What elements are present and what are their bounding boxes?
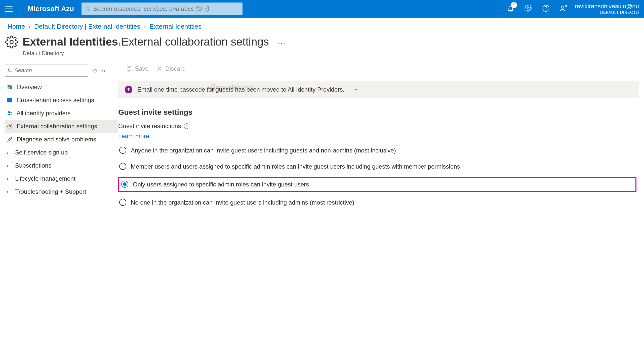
tools-icon [7,136,13,143]
breadcrumb-home[interactable]: Home [8,23,25,30]
more-button[interactable]: ⋯ [278,39,286,47]
gear-icon [7,123,13,130]
page-title: External Identities [23,35,118,48]
search-icon [8,68,12,73]
notifications-button[interactable]: 1 [507,5,514,13]
top-header: Microsoft Azu 1 ravikiransrinivasulu@ou … [0,0,644,18]
field-label: Guest invite restrictions i [118,123,636,130]
info-bar-text: Email one-time passcode for guests has b… [137,86,344,93]
radio-icon [119,163,126,170]
svg-rect-11 [8,87,10,89]
rocket-icon [125,86,132,93]
svg-rect-13 [7,98,12,102]
svg-point-18 [11,137,12,138]
radio-label: Only users assigned to specific admin ro… [133,180,309,189]
global-search[interactable] [82,3,243,15]
discard-button[interactable]: Discard [156,65,186,72]
svg-point-0 [86,7,89,10]
radio-option-admins-only[interactable]: Only users assigned to specific admin ro… [118,177,636,192]
save-icon [126,65,132,72]
discard-label: Discard [165,65,186,72]
sidebar-item-identity-providers[interactable]: All identity providers [5,107,118,120]
radio-label: Anyone in the organization can invite gu… [131,146,396,155]
sort-icon[interactable]: ◇ [93,67,97,73]
radio-icon [119,199,126,206]
global-search-input[interactable] [93,5,239,12]
sidebar-item-label: Overview [17,84,42,91]
svg-point-5 [561,6,564,8]
brand-label: Microsoft Azu [28,5,74,13]
radio-icon [121,181,128,188]
sidebar-item-self-service[interactable]: › Self-service sign up [5,146,118,159]
guest-invite-radio-group: Anyone in the organization can invite gu… [118,145,636,208]
sidebar-item-diagnose[interactable]: Diagnose and solve problems [5,133,118,146]
svg-point-7 [8,69,11,71]
header-icons: 1 [507,5,567,13]
page-subtitle-inline: External collaboration settings [121,35,269,48]
svg-point-4 [546,10,546,10]
main-content: Save Discard Email one-time passcode for… [118,62,644,348]
feedback-button[interactable] [560,5,567,13]
learn-more-link[interactable]: Learn more [118,133,149,140]
sidebar-item-overview[interactable]: Overview [5,81,118,94]
monitor-icon [7,97,13,103]
sidebar-item-label: Self-service sign up [15,149,68,156]
radio-option-anyone[interactable]: Anyone in the organization can invite gu… [118,145,636,156]
sidebar-item-lifecycle[interactable]: › Lifecycle management [5,172,118,185]
people-icon [7,110,13,117]
sidebar-item-label: External collaboration settings [17,123,97,130]
breadcrumb-item-2[interactable]: External Identities [149,23,202,30]
radio-option-noone[interactable]: No one in the organization can invite gu… [118,197,636,208]
page-title-row: External Identities | External collabora… [0,33,644,62]
svg-point-2 [527,7,529,9]
breadcrumb: Home › Default Directory | External Iden… [0,18,644,33]
sidebar-item-external-collab[interactable]: External collaboration settings [5,120,118,133]
page-subtitle: Default Directory [23,50,286,57]
arrow-right-icon: → [352,86,358,93]
search-icon [85,6,91,12]
settings-button[interactable] [525,5,532,13]
collapse-sidebar-button[interactable]: « [102,67,105,74]
radio-label: Member users and users assigned to speci… [131,162,460,171]
save-label: Save [135,65,149,72]
overview-icon [7,84,13,90]
sidebar-item-cross-tenant[interactable]: Cross-tenant access settings [5,94,118,107]
chevron-right-icon: › [7,149,12,156]
svg-rect-19 [128,66,130,67]
breadcrumb-item-1[interactable]: Default Directory | External Identities [34,23,140,30]
user-account[interactable]: ravikiransrinivasulu@ou DEFAULT DIRECTO [575,3,639,15]
sidebar-search[interactable] [5,64,88,77]
menu-toggle-button[interactable] [5,6,13,12]
notification-badge: 1 [511,2,517,8]
info-bar[interactable]: Email one-time passcode for guests has b… [118,81,639,98]
svg-line-8 [11,71,12,72]
svg-rect-10 [10,85,12,87]
svg-point-15 [8,111,10,113]
sidebar-item-label: All identity providers [17,110,71,117]
help-icon [542,5,550,12]
sidebar-item-label: Cross-tenant access settings [17,97,94,104]
svg-rect-9 [8,85,10,87]
sidebar-item-troubleshoot[interactable]: › Troubleshooting + Support [5,185,118,198]
gear-icon [525,5,532,12]
section-heading: Guest invite settings [118,108,636,117]
svg-line-1 [89,10,90,11]
svg-rect-14 [9,102,11,102]
svg-rect-12 [10,87,12,89]
command-bar: Save Discard [118,62,644,76]
help-button[interactable] [542,5,550,13]
radio-icon [119,147,126,154]
sidebar-item-label: Diagnose and solve problems [17,136,96,143]
person-feedback-icon [560,5,567,12]
sidebar-search-input[interactable] [14,67,85,74]
save-button[interactable]: Save [126,65,149,72]
gear-icon [5,35,18,50]
chevron-right-icon: › [7,162,12,169]
user-email: ravikiransrinivasulu@ou [575,3,639,10]
sidebar-item-subscriptions[interactable]: › Subscriptions [5,159,118,172]
sidebar-item-label: Subscriptions [15,162,51,169]
radio-option-members[interactable]: Member users and users assigned to speci… [118,161,636,172]
chevron-right-icon: › [7,175,12,182]
info-icon[interactable]: i [184,123,189,129]
chevron-right-icon: › [28,23,31,30]
